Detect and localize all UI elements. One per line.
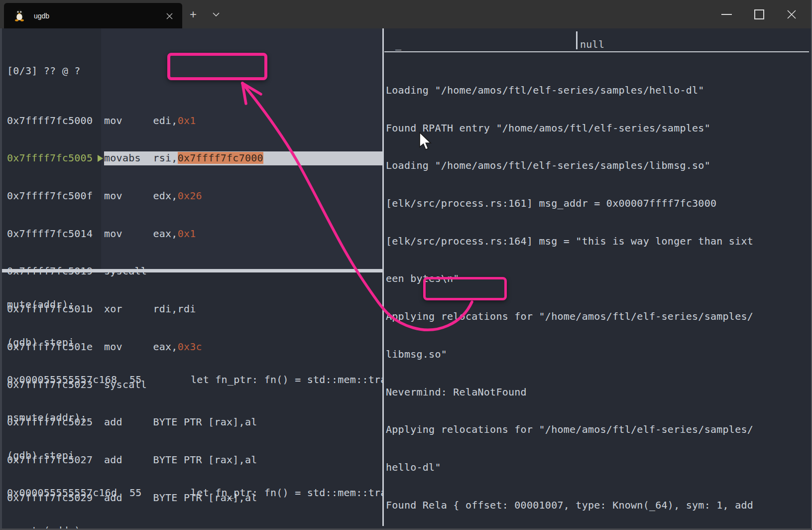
- tab-close-icon[interactable]: [163, 10, 175, 22]
- pane-header-underscore: _: [395, 38, 401, 52]
- tab-dropdown-button[interactable]: [205, 0, 227, 28]
- titlebar: ugdb +: [0, 0, 812, 28]
- minimize-button[interactable]: [710, 0, 743, 28]
- log-line: hello-dl": [386, 461, 810, 475]
- disasm-current-row: 0x7ffff7fc5005movabs rsi,0x7ffff7fc7000: [2, 151, 382, 165]
- log-line: libmsg.so": [386, 348, 810, 362]
- log-line: Loading "/home/amos/ftl/elf-series/sampl…: [386, 84, 810, 98]
- annotation-box-value: [423, 277, 507, 300]
- horizontal-pane-divider: [2, 269, 382, 272]
- log-line: Applying relocations for "/home/amos/ftl…: [386, 310, 810, 324]
- log-line: [elk/src/process.rs:161] msg_addr = 0x00…: [386, 197, 810, 211]
- disasm-row: 0x7ffff7fc5000mov edi,0x1: [2, 114, 382, 128]
- gdb-line: (gdb) stepi: [2, 336, 382, 350]
- minimize-icon: [721, 14, 732, 15]
- screen: { "titlebar": { "tab_title": "ugdb", "ne…: [0, 0, 812, 530]
- pane-header-title: null: [580, 38, 604, 52]
- gdb-line: nsmute(addr);: [2, 411, 382, 425]
- gdb-line: 0x000055555557c168 55 let fn_ptr: fn() =…: [2, 373, 382, 387]
- current-line-marker-icon: [98, 155, 103, 162]
- gdb-line: (gdb) stepi: [2, 449, 382, 463]
- tux-linux-icon: [14, 8, 25, 23]
- highlighted-operand: 0x7ffff7fc7000: [178, 152, 263, 164]
- tab-title: ugdb: [34, 12, 49, 20]
- vertical-pane-divider: [382, 28, 384, 526]
- gdb-line: mute(addr);: [2, 298, 382, 312]
- terminal-tab[interactable]: ugdb: [4, 3, 182, 28]
- log-line: Loading "/home/amos/ftl/elf-series/sampl…: [386, 159, 810, 173]
- chevron-down-icon: [213, 12, 220, 16]
- gdb-console-pane[interactable]: mute(addr); (gdb) stepi 0x000055555557c1…: [2, 274, 382, 530]
- gdb-line: 0x000055555557c16d 55 let fn_ptr: fn() =…: [2, 486, 382, 500]
- annotation-box-operand: [167, 53, 267, 80]
- close-button[interactable]: [775, 0, 808, 28]
- close-icon: [787, 10, 796, 19]
- log-line: Nevermind: RelaNotFound: [386, 386, 810, 399]
- maximize-icon: [754, 9, 764, 19]
- log-line: Found Rela { offset: 00001007, type: Kno…: [386, 499, 810, 513]
- pane-header-underline: [384, 51, 809, 52]
- log-line: [elk/src/process.rs:164] msg = "this is …: [386, 235, 810, 249]
- header-text-cursor: [576, 31, 578, 49]
- log-line: Applying relocations for "/home/amos/ftl…: [386, 423, 810, 437]
- disasm-row: 0x7ffff7fc500fmov edx,0x26: [2, 189, 382, 203]
- terminal-content[interactable]: [0/3] ?? @ ? 0x7ffff7fc5000mov edi,0x1 0…: [0, 28, 812, 530]
- log-line: Found RPATH entry "/home/amos/ftl/elf-se…: [386, 122, 810, 135]
- new-tab-button[interactable]: +: [182, 0, 204, 28]
- maximize-button[interactable]: [743, 0, 775, 28]
- disasm-row: 0x7ffff7fc5014mov eax,0x1: [2, 227, 382, 241]
